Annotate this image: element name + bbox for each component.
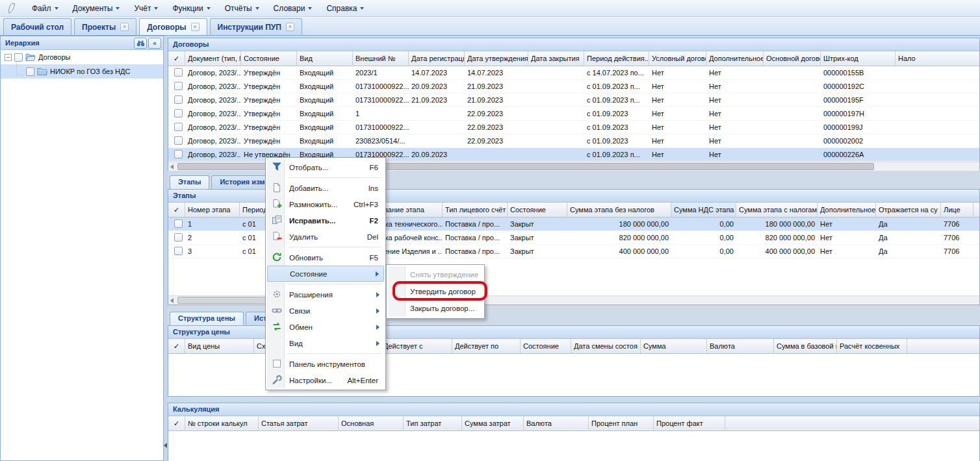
column-header[interactable]: Основная <box>339 416 404 431</box>
table-row[interactable]: Договор, 2023/...УтверждёнВходящий017310… <box>168 93 979 107</box>
column-header[interactable]: Нало <box>896 51 979 66</box>
column-header[interactable]: Валюта <box>707 339 774 354</box>
row-checkbox[interactable] <box>174 123 183 131</box>
table-row[interactable]: Договор, 2023/...УтверждёнВходящий122.09… <box>168 107 979 121</box>
context-menu-item[interactable]: Размножить...Ctrl+F3 <box>267 196 384 212</box>
column-header[interactable]: Тип лицевого счёт <box>443 203 508 218</box>
column-header[interactable]: Статья затрат <box>259 416 339 431</box>
context-menu-item[interactable]: Вид <box>267 335 384 351</box>
row-checkbox[interactable] <box>174 109 183 118</box>
column-header[interactable]: Сумма в базовой в <box>774 339 837 354</box>
scroll-left-arrow-icon[interactable] <box>170 164 174 169</box>
column-header[interactable]: Сумма этапа с налогами <box>736 203 818 218</box>
row-checkbox[interactable] <box>174 136 183 145</box>
tab-close-icon[interactable]: × <box>191 23 200 31</box>
column-header[interactable]: Отражается на су <box>876 203 941 218</box>
column-header[interactable]: Состояние <box>521 339 571 354</box>
column-header[interactable]: Сумма этапа без налогов <box>567 203 671 218</box>
column-header[interactable]: Период действия.. <box>584 51 649 66</box>
document-tab[interactable]: Проекты× <box>74 18 136 35</box>
menubar-item[interactable]: Функции <box>165 1 217 16</box>
collapse-panel-button[interactable]: « <box>148 38 161 49</box>
column-header[interactable]: Сумма <box>641 339 707 354</box>
select-all-header[interactable]: ✓ <box>168 339 185 354</box>
column-header[interactable]: Процент факт <box>654 416 725 431</box>
tab-close-icon[interactable]: × <box>120 23 129 31</box>
row-checkbox[interactable] <box>174 219 183 228</box>
tree-checkbox[interactable] <box>26 68 34 76</box>
tab-close-icon[interactable]: × <box>286 23 294 31</box>
select-all-header[interactable]: ✓ <box>168 203 185 218</box>
column-header[interactable]: Штрих-код <box>821 51 896 66</box>
context-menu-item[interactable]: Состояние <box>267 266 384 282</box>
price-structure-tab[interactable]: Структура цены <box>170 312 244 326</box>
context-menu-item[interactable]: Отобрать...F6 <box>267 159 384 175</box>
table-cell: Закрыт <box>508 220 567 228</box>
tree-expander-icon[interactable]: − <box>5 54 12 61</box>
context-menu-item[interactable]: Связи <box>267 303 384 319</box>
column-header[interactable]: Номер этапа <box>185 203 240 218</box>
column-header[interactable]: Сумма затрат <box>462 416 524 431</box>
scrollbar-thumb[interactable] <box>177 297 268 304</box>
column-header[interactable]: Документ (тип, № <box>185 51 241 66</box>
context-menu-item[interactable]: Панель инструментов <box>267 356 384 372</box>
context-menu-item[interactable]: Добавить...Ins <box>267 180 384 196</box>
column-header[interactable]: Валюта <box>524 416 589 431</box>
menubar-item[interactable]: Справка <box>319 1 371 16</box>
context-menu-item[interactable]: Исправить...F2 <box>267 212 384 229</box>
tree-node[interactable]: −Договоры <box>1 50 163 64</box>
column-header[interactable]: Дополнительное с <box>818 203 876 218</box>
context-menu-item[interactable]: УдалитьDel <box>267 229 384 245</box>
row-checkbox[interactable] <box>174 82 183 90</box>
column-header[interactable]: № строки калькул <box>185 416 259 431</box>
column-header[interactable]: Дата смены состоя <box>571 339 641 354</box>
column-header[interactable]: Тип затрат <box>404 416 462 431</box>
table-row[interactable]: Договор, 2023/...УтверждёнВходящий017310… <box>168 80 979 93</box>
column-header[interactable]: Действует с <box>381 339 452 354</box>
document-tab[interactable]: Рабочий стол <box>3 18 71 35</box>
context-menu-item[interactable]: Расширения <box>267 286 384 303</box>
column-header[interactable]: Процент план <box>589 416 654 431</box>
column-header[interactable]: Внешний № <box>353 51 409 66</box>
column-header[interactable]: Действует по <box>452 339 521 354</box>
column-header[interactable]: Дата регистрации. <box>409 51 465 66</box>
menubar-item[interactable]: Документы <box>66 1 127 16</box>
table-row[interactable]: Договор, 2023/...УтверждёнВходящий230823… <box>168 134 979 148</box>
document-tab[interactable]: Договоры× <box>139 18 207 35</box>
row-checkbox[interactable] <box>174 95 183 104</box>
search-button[interactable] <box>134 38 147 49</box>
column-header[interactable]: Расчёт косвенных <box>837 339 907 354</box>
row-checkbox[interactable] <box>174 68 183 77</box>
document-tab[interactable]: Инструкции ПУП× <box>210 18 302 35</box>
scroll-left-arrow-icon[interactable] <box>170 298 174 303</box>
column-header[interactable]: Дата закрытия <box>528 51 584 66</box>
table-row[interactable]: Договор, 2023/...УтверждёнВходящий017310… <box>168 121 979 134</box>
column-header[interactable]: Состояние <box>241 51 297 66</box>
context-menu-item[interactable]: Обмен <box>267 319 384 335</box>
column-header[interactable]: Состояние <box>508 203 567 218</box>
state-submenu-item[interactable]: Утвердить договор <box>388 283 483 300</box>
menubar-item[interactable]: Файл <box>25 1 66 16</box>
context-menu-item[interactable]: ОбновитьF5 <box>267 249 384 266</box>
column-header[interactable]: Сумма НДС этапа <box>671 203 736 218</box>
menubar-item[interactable]: Учёт <box>127 1 165 16</box>
context-menu-item[interactable]: Настройки...Alt+Enter <box>267 372 384 388</box>
row-checkbox[interactable] <box>174 150 183 158</box>
select-all-header[interactable]: ✓ <box>168 416 185 431</box>
column-header[interactable]: Вид цены <box>185 339 254 354</box>
table-row[interactable]: Договор, 2023/...УтверждёнВходящий2023/1… <box>168 66 979 80</box>
row-checkbox[interactable] <box>174 247 183 255</box>
menubar-item[interactable]: Отчёты <box>218 1 266 16</box>
state-submenu-item[interactable]: Закрыть договор... <box>388 300 483 317</box>
column-header[interactable]: Дата утверждения <box>465 51 528 66</box>
column-header[interactable]: Условный договор <box>649 51 706 66</box>
stages-tab[interactable]: Этапы <box>170 175 209 190</box>
select-all-header[interactable]: ✓ <box>168 51 185 66</box>
column-header[interactable]: Вид <box>297 51 353 66</box>
column-header[interactable]: Лице <box>941 203 974 218</box>
column-header[interactable]: Основной договор <box>764 51 821 66</box>
row-checkbox[interactable] <box>174 233 183 242</box>
menubar-item[interactable]: Словари <box>266 1 320 16</box>
tree-node[interactable]: НИОКР по ГОЗ без НДС <box>1 64 163 79</box>
column-header[interactable]: Дополнительное с <box>706 51 764 66</box>
